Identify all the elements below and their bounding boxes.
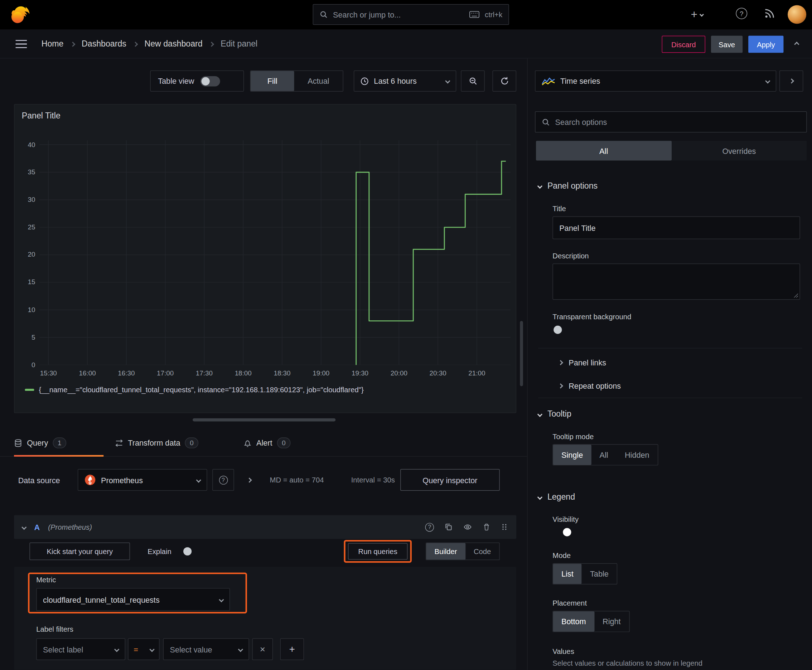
page-header-bar: Home Dashboards New dashboard Edit panel…: [0, 29, 812, 58]
repeat-options-section[interactable]: Repeat options: [559, 378, 621, 393]
tooltip-mode-single[interactable]: Single: [553, 445, 592, 465]
chevron-down-icon: [537, 183, 542, 188]
query-collapse-icon[interactable]: [22, 524, 27, 530]
user-avatar[interactable]: [788, 5, 806, 24]
legend-placement-group: Bottom Right: [553, 611, 629, 632]
tooltip-header[interactable]: Tooltip: [538, 409, 571, 419]
refresh-button[interactable]: [493, 71, 517, 91]
legend-values-label: Values: [553, 647, 574, 655]
description-label: Description: [553, 252, 588, 260]
rss-icon: [764, 8, 775, 19]
bell-icon: [244, 439, 252, 447]
query-options-expand[interactable]: [247, 469, 251, 491]
panel-resize-handle[interactable]: [193, 418, 336, 421]
legend-header[interactable]: Legend: [538, 492, 575, 502]
timeseries-chart[interactable]: [39, 140, 510, 365]
new-menu-button[interactable]: +: [691, 7, 704, 22]
trash-icon[interactable]: [483, 523, 490, 531]
chevron-right-icon: [558, 360, 563, 365]
chart-legend[interactable]: {__name__="cloudflared_tunnel_total_requ…: [25, 386, 363, 394]
scrollbar-thumb[interactable]: [520, 321, 523, 386]
select-value-dropdown[interactable]: Select value: [163, 638, 249, 660]
options-search[interactable]: [535, 111, 807, 132]
y-axis-tick-label: 40: [15, 140, 36, 149]
code-option[interactable]: Code: [465, 543, 500, 559]
transparent-background-label: Transparent background: [553, 313, 631, 321]
breadcrumb-home[interactable]: Home: [42, 39, 64, 49]
discard-button[interactable]: Discard: [662, 36, 706, 53]
query-ref-id[interactable]: A: [34, 523, 40, 531]
save-button[interactable]: Save: [711, 36, 742, 53]
options-sidebar: Time series All Overrides Panel options …: [527, 58, 812, 670]
query-inspector-button[interactable]: Query inspector: [400, 469, 500, 491]
table-view-toggle[interactable]: [200, 76, 220, 86]
legend-placement-right[interactable]: Right: [594, 611, 629, 631]
global-search[interactable]: ctrl+k: [313, 4, 509, 25]
editor-tabs: Query 1 Transform data 0 Alert 0: [0, 431, 527, 456]
panel-links-section[interactable]: Panel links: [559, 355, 606, 370]
select-label-dropdown[interactable]: Select label: [36, 638, 125, 660]
breadcrumb-dashboards[interactable]: Dashboards: [81, 39, 126, 49]
help-icon: ?: [219, 475, 228, 485]
duplicate-icon[interactable]: [444, 523, 453, 531]
tooltip-mode-hidden[interactable]: Hidden: [617, 445, 658, 465]
zoom-out-icon: [468, 76, 477, 86]
tab-query-count: 1: [53, 437, 66, 448]
collapse-header-button[interactable]: [789, 36, 804, 53]
apply-button[interactable]: Apply: [748, 36, 783, 53]
builder-option[interactable]: Builder: [426, 543, 465, 559]
visualization-picker[interactable]: Time series: [535, 71, 776, 91]
chevron-down-icon: [537, 494, 542, 499]
kick-start-query-button[interactable]: Kick start your query: [29, 543, 130, 560]
options-scope-tabs: All Overrides: [536, 140, 807, 160]
tooltip-mode-group: Single All Hidden: [553, 444, 658, 465]
remove-filter-button[interactable]: ×: [252, 638, 273, 660]
panel-title[interactable]: Panel Title: [22, 111, 61, 121]
legend-swatch: [25, 389, 34, 391]
data-source-help-button[interactable]: ?: [212, 469, 234, 491]
chevron-down-icon: [238, 647, 243, 652]
options-search-input[interactable]: [555, 117, 800, 126]
panel-title-input[interactable]: [553, 217, 800, 239]
menu-icon[interactable]: [15, 40, 27, 48]
chevron-down-icon: [219, 597, 224, 602]
add-filter-button[interactable]: +: [280, 638, 304, 660]
tab-all[interactable]: All: [536, 140, 671, 160]
tab-overrides[interactable]: Overrides: [671, 140, 807, 160]
zoom-out-button[interactable]: [461, 71, 485, 91]
tab-transform-data[interactable]: Transform data 0: [115, 431, 198, 455]
x-axis-tick-label: 20:30: [422, 369, 454, 377]
chevron-down-icon: [149, 647, 154, 652]
legend-mode-list[interactable]: List: [553, 564, 582, 584]
operator-dropdown[interactable]: =: [128, 638, 159, 660]
tooltip-mode-all[interactable]: All: [591, 445, 616, 465]
panel-description-textarea[interactable]: [553, 264, 800, 299]
panel-options-header[interactable]: Panel options: [538, 181, 598, 190]
tab-alert[interactable]: Alert 0: [244, 431, 290, 455]
grafana-logo[interactable]: [11, 5, 31, 24]
data-source-picker[interactable]: Prometheus: [78, 469, 207, 491]
panel-links-label: Panel links: [568, 358, 606, 367]
news-button[interactable]: [764, 8, 775, 19]
global-search-input[interactable]: [333, 10, 464, 19]
builder-code-group: Builder Code: [425, 543, 500, 560]
legend-mode-table[interactable]: Table: [582, 564, 617, 584]
metric-select[interactable]: cloudflared_tunnel_total_requests: [36, 588, 230, 611]
help-button[interactable]: ?: [736, 8, 747, 19]
tab-query[interactable]: Query 1: [14, 431, 66, 455]
collapse-options-button[interactable]: [780, 71, 804, 91]
refresh-icon: [500, 76, 509, 86]
top-navigation-bar: ctrl+k + ?: [0, 0, 812, 29]
eye-icon[interactable]: [463, 523, 472, 531]
run-queries-button[interactable]: Run queries: [348, 543, 407, 559]
label-filters-label: Label filters: [36, 625, 73, 633]
breadcrumb-new-dashboard[interactable]: New dashboard: [145, 39, 203, 49]
fill-option[interactable]: Fill: [251, 71, 294, 91]
time-range-picker[interactable]: Last 6 hours: [354, 71, 456, 91]
query-help-icon[interactable]: ?: [425, 523, 434, 531]
drag-handle-icon[interactable]: [501, 523, 508, 531]
legend-placement-bottom[interactable]: Bottom: [553, 611, 594, 631]
chevron-down-icon: [700, 12, 704, 17]
actual-option[interactable]: Actual: [294, 71, 342, 91]
breadcrumb-separator-icon: [209, 42, 214, 47]
